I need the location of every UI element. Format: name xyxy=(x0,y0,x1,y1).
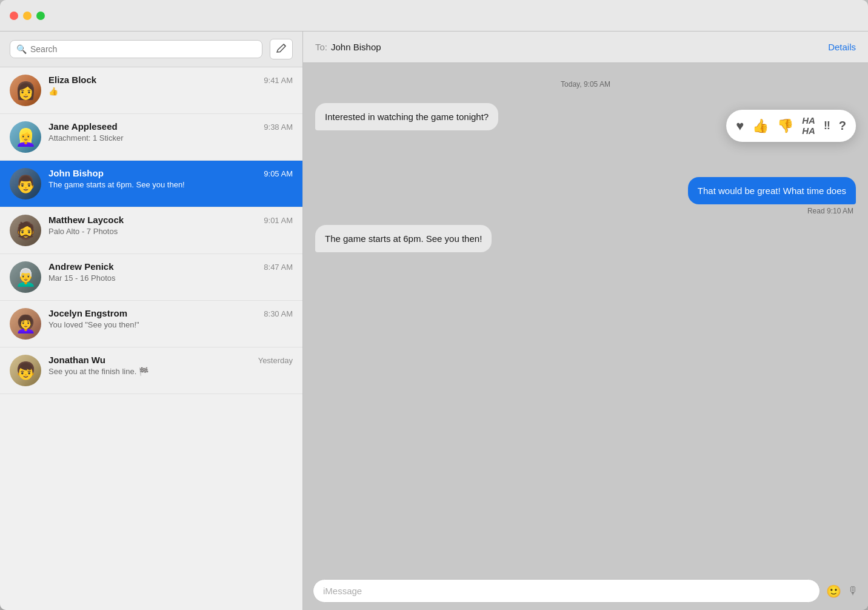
input-icons: 🙂 🎙 xyxy=(826,584,858,598)
conversation-item-jane-appleseed[interactable]: 👱‍♀️Jane Appleseed9:38 AMAttachment: 1 S… xyxy=(0,114,302,161)
conversation-item-jonathan-wu[interactable]: 👦Jonathan WuYesterdaySee you at the fini… xyxy=(0,347,302,394)
avatar-jonathan-wu: 👦 xyxy=(10,355,41,386)
conv-content-eliza-block: Eliza Block9:41 AM👍 xyxy=(48,75,293,96)
conv-preview-eliza-block: 👍 xyxy=(48,87,293,96)
sidebar: 🔍 👩Eliza Block9:41 AM👍👱‍♀️Jane Appleseed… xyxy=(0,32,303,610)
conv-time-john-bishop: 9:05 AM xyxy=(264,169,293,178)
details-button[interactable]: Details xyxy=(828,42,856,52)
minimize-button[interactable] xyxy=(23,12,32,20)
date-divider: Today, 9:05 AM xyxy=(315,80,856,89)
search-icon: 🔍 xyxy=(16,44,27,54)
conv-name-jonathan-wu: Jonathan Wu xyxy=(48,355,105,365)
messages-window: 🔍 👩Eliza Block9:41 AM👍👱‍♀️Jane Appleseed… xyxy=(0,0,868,610)
conv-content-andrew-penick: Andrew Penick8:47 AMMar 15 - 16 Photos xyxy=(48,261,293,283)
conv-time-jonathan-wu: Yesterday xyxy=(258,356,293,365)
recipient-name: John Bishop xyxy=(331,42,381,52)
close-button[interactable] xyxy=(10,12,18,20)
conv-name-andrew-penick: Andrew Penick xyxy=(48,261,114,272)
conv-content-jane-appleseed: Jane Appleseed9:38 AMAttachment: 1 Stick… xyxy=(48,121,293,142)
conv-preview-jonathan-wu: See you at the finish line. 🏁 xyxy=(48,367,293,376)
avatar-john-bishop: 👨 xyxy=(10,168,41,199)
tapback-thumbsdown[interactable]: 👎 xyxy=(777,118,793,134)
tapback-question[interactable]: ? xyxy=(839,119,846,133)
conv-time-eliza-block: 9:41 AM xyxy=(264,76,293,85)
conv-time-matthew-laycock: 9:01 AM xyxy=(264,216,293,225)
conv-name-matthew-laycock: Matthew Laycock xyxy=(48,215,124,225)
conversation-item-jocelyn-engstrom[interactable]: 👩‍🦱Jocelyn Engstrom8:30 AMYou loved "See… xyxy=(0,301,302,347)
conv-content-jonathan-wu: Jonathan WuYesterdaySee you at the finis… xyxy=(48,355,293,376)
chat-area: To: John Bishop Details Today, 9:05 AM I… xyxy=(303,32,868,610)
conv-preview-john-bishop: The game starts at 6pm. See you then! xyxy=(48,180,293,189)
message-row-msg2: ♥ 👍 👎 HAHA ‼ ? That would be great! What… xyxy=(315,140,856,215)
message-input[interactable]: iMessage xyxy=(313,579,820,603)
message-bubble-msg1: Interested in watching the game tonight? xyxy=(315,103,498,130)
conversation-item-matthew-laycock[interactable]: 🧔Matthew Laycock9:01 AMPalo Alto - 7 Pho… xyxy=(0,207,302,254)
to-label: To: xyxy=(315,42,327,52)
chat-to: To: John Bishop xyxy=(315,42,381,52)
avatar-jocelyn-engstrom: 👩‍🦱 xyxy=(10,308,41,340)
conv-preview-matthew-laycock: Palo Alto - 7 Photos xyxy=(48,227,293,236)
compose-button[interactable] xyxy=(270,39,293,59)
chat-messages: Today, 9:05 AM Interested in watching th… xyxy=(303,63,868,572)
input-placeholder: iMessage xyxy=(323,586,362,596)
avatar-jane-appleseed: 👱‍♀️ xyxy=(10,121,41,153)
conv-content-matthew-laycock: Matthew Laycock9:01 AMPalo Alto - 7 Phot… xyxy=(48,215,293,236)
conv-preview-jane-appleseed: Attachment: 1 Sticker xyxy=(48,133,293,142)
maximize-button[interactable] xyxy=(36,12,45,20)
conv-name-jane-appleseed: Jane Appleseed xyxy=(48,121,118,132)
message-bubble-msg2: That would be great! What time does xyxy=(688,177,856,204)
search-bar[interactable]: 🔍 xyxy=(10,40,262,58)
conv-time-jane-appleseed: 9:38 AM xyxy=(264,122,293,132)
message-row-msg3: The game starts at 6pm. See you then! xyxy=(315,225,856,252)
conv-name-john-bishop: John Bishop xyxy=(48,168,104,178)
conv-preview-andrew-penick: Mar 15 - 16 Photos xyxy=(48,273,293,283)
title-bar xyxy=(0,0,868,32)
conv-time-jocelyn-engstrom: 8:30 AM xyxy=(264,309,293,318)
tapback-heart[interactable]: ♥ xyxy=(736,118,744,134)
conv-preview-jocelyn-engstrom: You loved "See you then!" xyxy=(48,320,293,329)
microphone-icon[interactable]: 🎙 xyxy=(847,585,858,597)
tapback-popup: ♥ 👍 👎 HAHA ‼ ? xyxy=(726,110,856,142)
emoji-icon[interactable]: 🙂 xyxy=(826,584,841,598)
traffic-lights xyxy=(10,12,45,20)
avatar-matthew-laycock: 🧔 xyxy=(10,215,41,246)
tapback-thumbsup[interactable]: 👍 xyxy=(752,118,769,134)
chat-input-area: iMessage 🙂 🎙 xyxy=(303,572,868,610)
conv-content-john-bishop: John Bishop9:05 AMThe game starts at 6pm… xyxy=(48,168,293,189)
tapback-haha[interactable]: HAHA xyxy=(802,116,815,136)
avatar-eliza-block: 👩 xyxy=(10,75,41,106)
read-receipt-msg2: Read 9:10 AM xyxy=(807,207,856,215)
search-input[interactable] xyxy=(30,44,256,54)
avatar-andrew-penick: 👨‍🦳 xyxy=(10,261,41,293)
sidebar-header: 🔍 xyxy=(0,32,302,67)
conv-name-eliza-block: Eliza Block xyxy=(48,75,96,85)
conv-name-jocelyn-engstrom: Jocelyn Engstrom xyxy=(48,308,127,318)
conv-content-jocelyn-engstrom: Jocelyn Engstrom8:30 AMYou loved "See yo… xyxy=(48,308,293,329)
chat-header: To: John Bishop Details xyxy=(303,32,868,63)
conv-time-andrew-penick: 8:47 AM xyxy=(264,263,293,272)
tapback-exclaim[interactable]: ‼ xyxy=(824,119,830,132)
conversation-list: 👩Eliza Block9:41 AM👍👱‍♀️Jane Appleseed9:… xyxy=(0,67,302,610)
main-layout: 🔍 👩Eliza Block9:41 AM👍👱‍♀️Jane Appleseed… xyxy=(0,32,868,610)
conversation-item-andrew-penick[interactable]: 👨‍🦳Andrew Penick8:47 AMMar 15 - 16 Photo… xyxy=(0,254,302,301)
conversation-item-eliza-block[interactable]: 👩Eliza Block9:41 AM👍 xyxy=(0,67,302,114)
conversation-item-john-bishop[interactable]: 👨John Bishop9:05 AMThe game starts at 6p… xyxy=(0,161,302,207)
message-bubble-msg3: The game starts at 6pm. See you then! xyxy=(315,225,492,252)
